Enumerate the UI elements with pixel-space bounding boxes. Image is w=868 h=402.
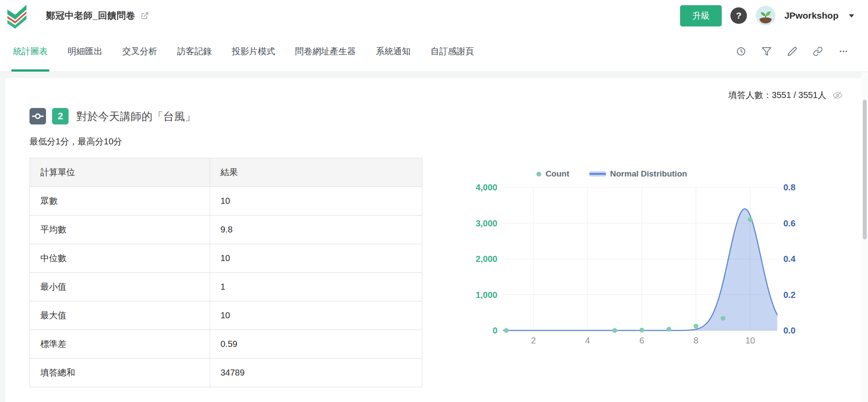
logo-checkmark-icon bbox=[6, 3, 28, 29]
filter-icon[interactable] bbox=[762, 46, 772, 56]
eye-off-icon[interactable] bbox=[832, 90, 843, 101]
results-card: 填答人數：3551 / 3551人 2 對於今天講師的「台風」 最低分1分，最高… bbox=[5, 78, 863, 402]
respondent-count: 填答人數：3551 / 3551人 bbox=[728, 89, 826, 101]
tab-3[interactable]: 交叉分析 bbox=[122, 31, 157, 72]
stat-label-cell: 最大值 bbox=[30, 301, 210, 330]
stats-table-row: 標準差0.59 bbox=[30, 330, 422, 359]
link-icon[interactable] bbox=[813, 46, 823, 56]
main-content: 填答人數：3551 / 3551人 2 對於今天講師的「台風」 最低分1分，最高… bbox=[0, 72, 868, 402]
upgrade-button[interactable]: 升級 bbox=[680, 5, 722, 26]
survey-title: 鄭冠中老師_回饋問卷 bbox=[46, 10, 135, 22]
scrollbar-thumb[interactable] bbox=[863, 100, 867, 239]
tabs-list: 統計圖表明細匯出交叉分析訪客記錄投影片模式問卷網址產生器系統通知自訂感謝頁 bbox=[13, 31, 494, 72]
history-icon[interactable] bbox=[736, 46, 746, 56]
stats-table-row: 平均數9.8 bbox=[30, 216, 422, 244]
chevron-down-icon[interactable] bbox=[848, 13, 855, 18]
svg-text:8: 8 bbox=[694, 336, 698, 345]
chart-legend: CountNormal Distribution bbox=[536, 169, 687, 179]
tab-7[interactable]: 系統通知 bbox=[376, 31, 411, 72]
tab-4[interactable]: 訪客記錄 bbox=[177, 31, 212, 72]
svg-text:4: 4 bbox=[585, 336, 590, 345]
statistics-table-wrap: 計算單位結果眾數10平均數9.8中位數10最小值1最大值10標準差0.59填答總… bbox=[30, 158, 422, 387]
stat-label-cell: 中位數 bbox=[30, 244, 210, 273]
survey-title-group: 鄭冠中老師_回饋問卷 bbox=[46, 10, 149, 22]
stat-label-cell: 平均數 bbox=[30, 216, 210, 244]
surveycake-logo[interactable] bbox=[6, 3, 29, 29]
svg-text:4,000: 4,000 bbox=[475, 183, 497, 192]
respondents-row: 填答人數：3551 / 3551人 bbox=[30, 89, 843, 101]
stat-label-cell: 最小值 bbox=[30, 273, 210, 301]
stat-value-cell: 1 bbox=[210, 273, 422, 301]
question-subtitle: 最低分1分，最高分10分 bbox=[30, 136, 843, 147]
svg-text:1,000: 1,000 bbox=[475, 290, 497, 300]
stat-value-cell: 34789 bbox=[210, 359, 422, 387]
stats-table-row: 眾數10 bbox=[30, 187, 422, 216]
external-link-icon[interactable] bbox=[141, 12, 149, 20]
stat-value-cell: 10 bbox=[210, 187, 422, 216]
tab-8[interactable]: 自訂感謝頁 bbox=[431, 31, 474, 72]
distribution-chart-block: CountNormal Distribution 01,0002,0003,00… bbox=[422, 158, 843, 387]
normal-distribution-line-swatch-icon bbox=[589, 171, 606, 176]
stat-value-cell: 9.8 bbox=[210, 216, 422, 244]
legend-item-normal-distribution[interactable]: Normal Distribution bbox=[589, 169, 687, 179]
svg-text:6: 6 bbox=[639, 336, 644, 345]
stats-table-row: 最大值10 bbox=[30, 301, 422, 330]
toolbar bbox=[736, 31, 848, 72]
stat-value-cell: 0.59 bbox=[210, 330, 422, 359]
slider-question-type-icon bbox=[30, 108, 46, 124]
stats-table-row: 最小值1 bbox=[30, 273, 422, 301]
svg-text:3,000: 3,000 bbox=[475, 219, 497, 228]
account-name[interactable]: JPworkshop bbox=[784, 10, 838, 21]
avatar[interactable] bbox=[756, 6, 776, 26]
stats-table-row: 填答總和34789 bbox=[30, 359, 422, 387]
stat-value-cell: 10 bbox=[210, 244, 422, 273]
svg-text:0: 0 bbox=[492, 326, 497, 335]
svg-text:2,000: 2,000 bbox=[475, 254, 497, 264]
svg-text:10: 10 bbox=[745, 336, 755, 345]
svg-text:0.6: 0.6 bbox=[783, 219, 796, 228]
tab-5[interactable]: 投影片模式 bbox=[232, 31, 275, 72]
stats-row: 計算單位結果眾數10平均數9.8中位數10最小值1最大值10標準差0.59填答總… bbox=[30, 158, 843, 387]
question-header: 2 對於今天講師的「台風」 bbox=[30, 108, 843, 124]
distribution-chart: 01,0002,0003,0004,0000.00.20.40.60.82468… bbox=[467, 180, 809, 350]
legend-label: Normal Distribution bbox=[610, 169, 687, 179]
scrollbar-track[interactable] bbox=[861, 72, 868, 402]
sprout-avatar-icon bbox=[756, 6, 776, 26]
question-number-badge: 2 bbox=[52, 108, 69, 124]
help-button[interactable]: ? bbox=[730, 7, 747, 24]
stat-label-cell: 眾數 bbox=[30, 187, 210, 216]
svg-text:0.4: 0.4 bbox=[783, 254, 796, 264]
svg-text:0.2: 0.2 bbox=[783, 290, 796, 300]
statistics-table: 計算單位結果眾數10平均數9.8中位數10最小值1最大值10標準差0.59填答總… bbox=[30, 158, 422, 387]
svg-text:0.8: 0.8 bbox=[783, 183, 796, 192]
top-header: 鄭冠中老師_回饋問卷 升級 ? JPworkshop bbox=[0, 0, 868, 31]
tab-6[interactable]: 問卷網址產生器 bbox=[295, 31, 356, 72]
stats-table-row: 中位數10 bbox=[30, 244, 422, 273]
edit-icon[interactable] bbox=[787, 46, 797, 56]
tab-2[interactable]: 明細匯出 bbox=[68, 31, 102, 72]
count-dot-swatch-icon bbox=[536, 172, 541, 176]
account-area: 升級 ? JPworkshop bbox=[680, 5, 855, 26]
stats-table-header: 結果 bbox=[210, 158, 422, 187]
stat-label-cell: 填答總和 bbox=[30, 359, 210, 387]
legend-label: Count bbox=[546, 169, 569, 179]
tab-1[interactable]: 統計圖表 bbox=[13, 31, 48, 72]
stat-value-cell: 10 bbox=[210, 301, 422, 330]
legend-item-count[interactable]: Count bbox=[536, 169, 569, 179]
stat-label-cell: 標準差 bbox=[30, 330, 210, 359]
question-title: 對於今天講師的「台風」 bbox=[76, 109, 196, 124]
tab-bar: 統計圖表明細匯出交叉分析訪客記錄投影片模式問卷網址產生器系統通知自訂感謝頁 bbox=[0, 31, 868, 72]
svg-text:2: 2 bbox=[531, 336, 536, 345]
stats-table-header: 計算單位 bbox=[30, 158, 210, 187]
more-icon[interactable] bbox=[838, 46, 848, 56]
svg-text:0.0: 0.0 bbox=[783, 326, 796, 335]
